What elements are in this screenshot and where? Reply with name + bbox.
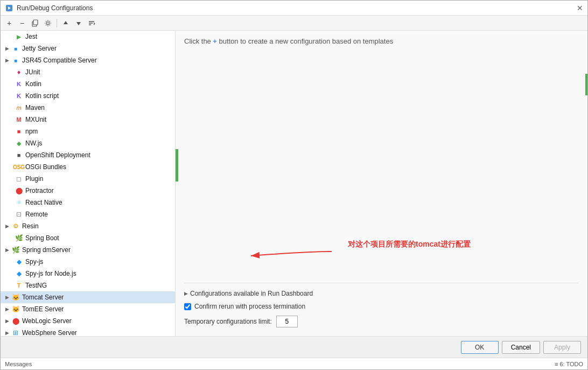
nwjs-label: NW.js xyxy=(25,139,42,147)
list-item[interactable]: ▶ Jest xyxy=(1,31,175,43)
remote-label: Remote xyxy=(25,211,48,218)
expand-arrow: ▶ xyxy=(4,306,10,312)
spyjs-node-label: Spy-js for Node.js xyxy=(25,270,76,277)
move-up-button[interactable] xyxy=(60,18,71,29)
collapsible-arrow-icon: ▶ xyxy=(184,291,188,296)
list-item[interactable]: ■ npm xyxy=(1,125,175,137)
expand-placeholder xyxy=(7,69,13,75)
jest-label: Jest xyxy=(25,33,37,40)
testng-label: TestNG xyxy=(25,282,47,289)
list-item[interactable]: ■ OpenShift Deployment xyxy=(1,149,175,161)
left-edge-indicator xyxy=(176,149,178,181)
list-item[interactable]: ◆ Spy-js for Node.js xyxy=(1,268,175,280)
configurations-collapsible[interactable]: ▶ Configurations available in Run Dashbo… xyxy=(184,288,579,299)
spring-boot-icon: 🌿 xyxy=(15,234,23,242)
testng-icon: T xyxy=(15,281,23,290)
expand-placeholder xyxy=(7,270,13,277)
hint-suffix: button to create a new configuration bas… xyxy=(219,37,393,45)
title-bar: Run/Debug Configurations ✕ xyxy=(1,1,587,16)
spring-boot-label: Spring Boot xyxy=(25,234,59,242)
list-item[interactable]: ⚛ React Native xyxy=(1,197,175,208)
kotlin-label: Kotlin xyxy=(25,80,41,88)
expand-arrow: ▶ xyxy=(4,223,10,229)
remove-button[interactable]: − xyxy=(17,18,27,29)
bottom-section: ▶ Configurations available in Run Dashbo… xyxy=(184,283,579,330)
run-debug-window: Run/Debug Configurations ✕ + − xyxy=(0,0,588,370)
osgi-icon: OSG xyxy=(15,163,23,171)
list-item[interactable]: ◆ NW.js xyxy=(1,137,175,149)
cancel-button[interactable]: Cancel xyxy=(502,341,540,354)
settings-button[interactable] xyxy=(43,18,53,29)
list-item[interactable]: M MXUnit xyxy=(1,114,175,125)
expand-placeholder xyxy=(7,93,13,99)
limit-input[interactable] xyxy=(276,316,298,327)
tomcat-icon: 🐱 xyxy=(11,293,20,302)
list-item[interactable]: ▶ ⚙ Resin xyxy=(1,220,175,232)
expand-placeholder xyxy=(7,104,13,111)
openshift-icon: ■ xyxy=(15,151,23,159)
plugin-label: Plugin xyxy=(25,175,43,183)
list-item[interactable]: K Kotlin script xyxy=(1,90,175,102)
websphere-label: WebSphere Server xyxy=(22,329,77,336)
maven-icon: m xyxy=(15,103,23,112)
list-item[interactable]: ▶ ■ Jetty Server xyxy=(1,43,175,54)
list-item[interactable]: ♦ JUnit xyxy=(1,66,175,78)
list-item[interactable]: ▶ 🌿 Spring dmServer xyxy=(1,244,175,256)
move-down-button[interactable] xyxy=(73,18,84,29)
confirm-rerun-checkbox[interactable] xyxy=(184,303,191,310)
jetty-icon: ■ xyxy=(11,44,20,53)
list-item[interactable]: K Kotlin xyxy=(1,78,175,90)
protractor-icon: ⬤ xyxy=(15,186,23,195)
list-item[interactable]: OSG OSGi Bundles xyxy=(1,161,175,173)
add-button[interactable]: + xyxy=(4,18,15,29)
dialog-footer: OK Cancel Apply xyxy=(1,336,587,358)
close-button[interactable]: ✕ xyxy=(577,4,583,12)
expand-placeholder xyxy=(7,140,13,146)
list-item[interactable]: 🌿 Spring Boot xyxy=(1,232,175,244)
list-item[interactable]: ⬤ Protractor xyxy=(1,185,175,197)
configurations-label: Configurations available in Run Dashboar… xyxy=(190,290,313,297)
kotlin-script-icon: K xyxy=(15,92,23,100)
status-bar: Messages ≡ 6: TODO xyxy=(1,358,587,369)
kotlin-script-label: Kotlin script xyxy=(25,92,59,100)
expand-placeholder xyxy=(7,187,13,194)
list-item[interactable]: ▶ ■ JSR45 Compatible Server xyxy=(1,54,175,66)
svg-marker-5 xyxy=(64,21,68,24)
jetty-label: Jetty Server xyxy=(22,45,57,52)
limit-label: Temporary configurations limit: xyxy=(184,318,272,325)
list-item[interactable]: ▶ 🐱 TomEE Server xyxy=(1,303,175,315)
svg-marker-6 xyxy=(76,22,81,25)
list-item[interactable]: m Maven xyxy=(1,102,175,114)
expand-arrow: ▶ xyxy=(4,330,10,336)
expand-placeholder xyxy=(7,152,13,158)
jsr45-label: JSR45 Compatible Server xyxy=(22,57,97,64)
spring-dm-icon: 🌿 xyxy=(11,246,20,254)
plugin-icon: ◻ xyxy=(15,174,23,183)
list-item[interactable]: ⊡ Remote xyxy=(1,208,175,220)
tomee-label: TomEE Server xyxy=(22,305,64,313)
apply-button[interactable]: Apply xyxy=(543,341,581,354)
expand-placeholder xyxy=(7,116,13,123)
tomcat-label: Tomcat Server xyxy=(22,294,64,301)
toolbar: + − xyxy=(1,16,587,31)
title-bar-left: Run/Debug Configurations xyxy=(5,4,93,12)
hint-container: Click the + button to create a new confi… xyxy=(184,37,579,45)
list-item[interactable]: ◻ Plugin xyxy=(1,173,175,185)
tomcat-server-item[interactable]: ▶ 🐱 Tomcat Server xyxy=(1,291,175,303)
nwjs-icon: ◆ xyxy=(15,139,23,148)
websphere-icon: ⊞ xyxy=(11,329,20,336)
right-panel: Click the + button to create a new confi… xyxy=(176,31,587,336)
expand-placeholder xyxy=(7,128,13,135)
list-item[interactable]: ▶ ⊞ WebSphere Server xyxy=(1,327,175,336)
jsr45-icon: ■ xyxy=(11,56,20,65)
list-item[interactable]: ▶ ⬤ WebLogic Server xyxy=(1,315,175,327)
expand-arrow: ▶ xyxy=(4,57,10,64)
sort-button[interactable] xyxy=(86,18,97,29)
list-item[interactable]: T TestNG xyxy=(1,280,175,291)
ok-button[interactable]: OK xyxy=(461,341,499,354)
window-icon xyxy=(5,4,13,12)
copy-button[interactable] xyxy=(30,18,40,29)
list-item[interactable]: ◆ Spy-js xyxy=(1,256,175,268)
messages-label: Messages xyxy=(5,361,32,367)
annotation-text: 对这个项目所需要的tomcat进行配置 xyxy=(348,240,471,249)
